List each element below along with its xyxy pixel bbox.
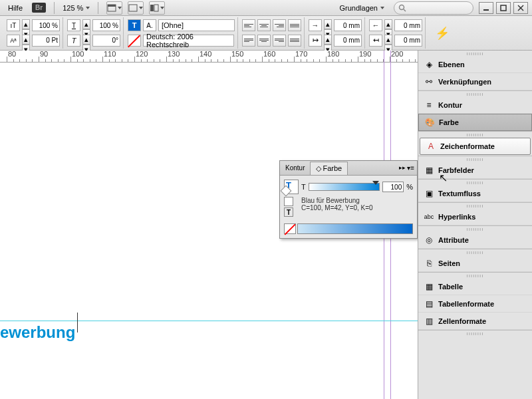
skew-input[interactable] bbox=[92, 35, 120, 47]
indent-right-input[interactable] bbox=[394, 19, 422, 31]
charstyle-icon: A. bbox=[143, 19, 156, 31]
justify-left-btn[interactable] bbox=[242, 35, 255, 47]
indent-left-input[interactable] bbox=[334, 19, 362, 31]
panel-farbe[interactable]: 🎨Farbe bbox=[418, 114, 532, 131]
minimize-button[interactable] bbox=[479, 2, 493, 14]
zoom-combo[interactable]: 125 % bbox=[63, 4, 90, 12]
document-text[interactable]: ewerbung bbox=[0, 323, 75, 342]
svg-rect-3 bbox=[150, 5, 154, 11]
justify-all-btn[interactable] bbox=[288, 35, 301, 47]
maximize-button[interactable] bbox=[496, 2, 511, 14]
close-button[interactable] bbox=[513, 2, 528, 14]
drag-handle[interactable]: ıııııııı bbox=[418, 132, 532, 137]
layers-icon: ◈ bbox=[424, 59, 434, 70]
panel-verknuepfungen[interactable]: ⚯Verknüpfungen bbox=[418, 73, 532, 90]
svg-rect-8 bbox=[501, 5, 506, 11]
svg-rect-0 bbox=[108, 5, 116, 11]
chevron-down-icon bbox=[160, 7, 164, 9]
bridge-badge[interactable]: Br bbox=[32, 3, 46, 13]
tint-pct: % bbox=[406, 183, 413, 191]
justify-center-btn[interactable] bbox=[257, 35, 271, 47]
view-mode-btn-1[interactable] bbox=[106, 1, 122, 15]
indent-first-spinner[interactable]: ▴▾ bbox=[324, 35, 332, 47]
fill-stroke-proxy[interactable] bbox=[284, 180, 299, 194]
panel-zellenformate[interactable]: ▥Zellenformate bbox=[418, 313, 532, 330]
hscale-input[interactable] bbox=[92, 19, 120, 31]
align-right-btn[interactable] bbox=[273, 19, 286, 31]
divider bbox=[54, 2, 55, 14]
search-input[interactable] bbox=[394, 1, 473, 15]
drag-handle[interactable]: ıııııııı bbox=[418, 273, 532, 278]
canvas[interactable]: 8090100110120130140150160170180190200 ew… bbox=[0, 51, 418, 399]
text-fill-icon[interactable]: T bbox=[284, 207, 293, 217]
panel-kontur[interactable]: ≡Kontur bbox=[418, 96, 532, 114]
panel-farbfelder[interactable]: ▦Farbfelder bbox=[418, 162, 532, 179]
skew-icon: T bbox=[67, 35, 80, 47]
indent-last-spinner[interactable]: ▴▾ bbox=[384, 35, 392, 47]
skew-spinner[interactable]: ▴▾ bbox=[82, 35, 90, 47]
drag-handle[interactable]: ıııııııı bbox=[418, 203, 532, 208]
view-mode-btn-3[interactable] bbox=[149, 1, 165, 15]
vscale-input[interactable] bbox=[32, 19, 60, 31]
stroke-none-icon[interactable] bbox=[128, 35, 141, 47]
tablestyles-icon: ▤ bbox=[424, 299, 434, 309]
divider bbox=[98, 2, 98, 14]
panel-collapse-icon[interactable]: ▸▸ bbox=[399, 164, 406, 172]
menu-hilfe[interactable]: Hilfe bbox=[4, 3, 27, 13]
panel-hyperlinks[interactable]: abcHyperlinks bbox=[418, 208, 532, 225]
baseline-guide bbox=[0, 321, 418, 321]
indent-last-icon: ↤ bbox=[369, 35, 382, 47]
justify-right-btn[interactable] bbox=[273, 35, 286, 47]
tab-farbe[interactable]: ◇Farbe bbox=[310, 162, 348, 175]
indent-left-icon: → bbox=[309, 19, 322, 31]
workspace-preset-label: Grundlagen bbox=[340, 4, 378, 12]
drag-handle[interactable]: ıııııııı bbox=[418, 249, 532, 255]
vscale-icon: ıT bbox=[7, 19, 20, 31]
panel-seiten[interactable]: ⎘Seiten bbox=[418, 255, 532, 272]
tab-kontur[interactable]: Kontur bbox=[280, 162, 310, 174]
none-swatch[interactable] bbox=[284, 223, 296, 234]
drag-handle[interactable]: ıııııııı bbox=[418, 156, 532, 162]
color-panel[interactable]: Kontur ◇Farbe ▸▸ ▾≡ T % bbox=[279, 160, 418, 239]
stroke-icon: ≡ bbox=[424, 100, 434, 110]
textwrap-icon: ▣ bbox=[424, 188, 434, 199]
spectrum-picker[interactable] bbox=[297, 223, 413, 234]
align-left-btn[interactable] bbox=[242, 19, 255, 31]
align-justify-btn[interactable] bbox=[288, 19, 301, 31]
vscale-spinner[interactable]: ▴▾ bbox=[22, 19, 30, 31]
panel-attribute[interactable]: ◎Attribute bbox=[418, 231, 532, 249]
indent-left-spinner[interactable]: ▴▾ bbox=[324, 19, 332, 31]
tint-slider[interactable] bbox=[309, 183, 380, 191]
align-center-btn[interactable] bbox=[257, 19, 271, 31]
fill-t-icon[interactable]: T bbox=[128, 19, 141, 31]
tint-label: T bbox=[301, 183, 306, 191]
panel-zeichenformate[interactable]: AZeichenformate bbox=[420, 138, 531, 155]
hscale-spinner[interactable]: ▴▾ bbox=[82, 19, 90, 31]
drag-handle[interactable]: ıııııııı bbox=[418, 331, 532, 336]
language-select[interactable]: Deutsch: 2006 Rechtschreib bbox=[143, 35, 234, 47]
panel-textumfluss[interactable]: ▣Textumfluss bbox=[418, 185, 532, 202]
charstyle-select[interactable]: [Ohne] bbox=[158, 19, 235, 31]
indent-last-input[interactable] bbox=[394, 35, 422, 47]
chevron-down-icon bbox=[139, 7, 143, 9]
view-mode-btn-2[interactable] bbox=[128, 1, 144, 15]
indent-first-input[interactable] bbox=[334, 35, 362, 47]
panel-tabellenformate[interactable]: ▤Tabellenformate bbox=[418, 295, 532, 313]
panel-ebenen[interactable]: ◈Ebenen bbox=[418, 56, 532, 73]
panel-menu-icon[interactable]: ▾≡ bbox=[407, 164, 414, 172]
drag-handle[interactable]: ıııııııı bbox=[418, 180, 532, 185]
container-fill-icon[interactable] bbox=[284, 197, 293, 206]
indent-right-spinner[interactable]: ▴▾ bbox=[384, 19, 392, 31]
panel-tabelle[interactable]: ▦Tabelle bbox=[418, 278, 532, 295]
links-icon: ⚯ bbox=[424, 76, 434, 87]
quick-apply-icon[interactable]: ⚡ bbox=[430, 26, 455, 41]
drag-handle[interactable]: ıııııııı bbox=[418, 91, 532, 96]
drag-handle[interactable]: ıııııııı bbox=[418, 226, 532, 231]
workspace-preset[interactable]: Grundlagen bbox=[336, 4, 389, 12]
baseline-spinner[interactable]: ▴▾ bbox=[22, 35, 30, 47]
drag-handle[interactable]: ıııııııı bbox=[418, 51, 532, 56]
indent-right-icon: ← bbox=[369, 19, 382, 31]
baseline-input[interactable] bbox=[32, 35, 60, 47]
tint-input[interactable] bbox=[382, 182, 404, 192]
swatches-icon: ▦ bbox=[424, 165, 434, 176]
